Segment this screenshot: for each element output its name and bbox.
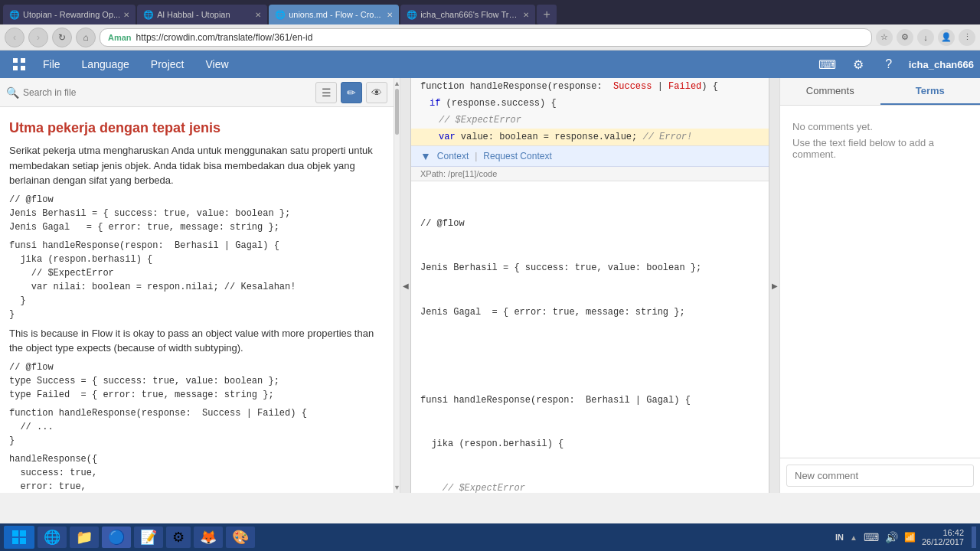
grid-icon bbox=[12, 57, 26, 71]
source-code-line-4: var value: boolean = response.value; // … bbox=[411, 129, 769, 145]
extensions-icon[interactable]: ⚙ bbox=[897, 29, 913, 46]
scroll-up-arrow[interactable]: ▲ bbox=[394, 78, 400, 89]
request-context-link[interactable]: Request Context bbox=[483, 151, 551, 161]
svg-rect-3 bbox=[21, 66, 25, 70]
tab-1-favicon: 🌐 bbox=[9, 10, 20, 20]
tab-2-close[interactable]: ✕ bbox=[255, 11, 261, 19]
address-input[interactable]: Aman https://crowdin.com/translate/flow/… bbox=[100, 28, 872, 47]
tab-1-close[interactable]: ✕ bbox=[123, 11, 129, 19]
bookmark-icon[interactable]: ☆ bbox=[876, 29, 893, 46]
download-icon[interactable]: ↓ bbox=[917, 29, 934, 46]
back-button[interactable]: ‹ bbox=[5, 28, 24, 47]
windows-logo-icon bbox=[11, 530, 27, 545]
source-translation-panel: function handleResponse(response: Succes… bbox=[411, 78, 769, 493]
context-label: Context bbox=[437, 151, 469, 161]
collapse-right-arrow[interactable]: ▶ bbox=[769, 78, 779, 493]
menu-view[interactable]: View bbox=[194, 54, 239, 74]
right-tab-comments[interactable]: Comments bbox=[780, 78, 880, 105]
tab-4-close[interactable]: ✕ bbox=[523, 11, 529, 19]
tab-2-favicon: 🌐 bbox=[143, 10, 154, 20]
right-tabs-bar: Comments Terms bbox=[780, 78, 980, 106]
security-indicator: Aman bbox=[108, 33, 132, 42]
source-code-line-1: function handleResponse(response: Succes… bbox=[411, 78, 769, 95]
home-button[interactable]: ⌂ bbox=[76, 28, 96, 47]
trans-line-2: Jenis Berhasil = { success: true, value:… bbox=[420, 261, 760, 276]
taskbar-network-icon: 📶 bbox=[904, 532, 916, 543]
trans-line-6: // $ExpectError bbox=[420, 481, 760, 493]
list-view-button[interactable]: ☰ bbox=[315, 82, 337, 103]
tab-1[interactable]: 🌐 Utopian - Rewarding Op... ✕ bbox=[3, 5, 136, 24]
menu-language[interactable]: Language bbox=[71, 54, 140, 74]
svg-rect-2 bbox=[13, 66, 18, 70]
keyboard-icon[interactable]: ⌨ bbox=[817, 54, 838, 75]
source-code-line-3: // $ExpectError bbox=[411, 112, 769, 129]
tab-4-title: icha_chan666's Flow Tra... bbox=[420, 10, 520, 19]
left-scrollbar[interactable]: ▲ ▼ bbox=[394, 78, 400, 493]
right-tab-terms[interactable]: Terms bbox=[880, 78, 981, 105]
tab-3-favicon: 🌐 bbox=[275, 10, 286, 20]
menu-file[interactable]: File bbox=[32, 54, 71, 74]
tab-2-title: Al Habbal - Utopian bbox=[157, 10, 230, 19]
scroll-thumb-left[interactable] bbox=[395, 89, 399, 135]
source-code5: handleResponse({ success: true, error: t… bbox=[9, 452, 384, 494]
translation-code-area: // @flow Jenis Berhasil = { success: tru… bbox=[411, 181, 769, 493]
trans-line-5: jika (respon.berhasil) { bbox=[420, 437, 760, 452]
taskbar-clock: 16:42 26/12/2017 bbox=[922, 528, 964, 546]
scroll-down-arrow[interactable]: ▼ bbox=[394, 482, 400, 493]
taskbar-ie-item[interactable]: 🌐 bbox=[38, 527, 67, 548]
edit-mode-button[interactable]: ✏ bbox=[341, 82, 362, 103]
tab-2[interactable]: 🌐 Al Habbal - Utopian ✕ bbox=[137, 5, 267, 24]
search-icon: 🔍 bbox=[6, 86, 19, 99]
apps-grid-icon[interactable] bbox=[6, 51, 32, 77]
svg-rect-7 bbox=[20, 538, 26, 544]
help-icon[interactable]: ? bbox=[878, 54, 900, 75]
taskbar-show-desktop[interactable] bbox=[972, 527, 976, 548]
reload-button[interactable]: ↻ bbox=[52, 28, 72, 47]
svg-rect-6 bbox=[12, 538, 18, 544]
left-toolbar: 🔍 ☰ ✏ 👁 bbox=[0, 78, 394, 107]
search-file-input[interactable] bbox=[23, 87, 312, 98]
taskbar-paint-item[interactable]: 🎨 bbox=[226, 527, 255, 548]
svg-rect-0 bbox=[13, 58, 18, 63]
no-comments-text: No comments yet. bbox=[792, 121, 968, 132]
profile-icon[interactable]: 👤 bbox=[938, 29, 955, 46]
source-code4: function handleResponse(response: Succes… bbox=[9, 406, 384, 448]
new-tab-button[interactable]: + bbox=[537, 5, 557, 24]
forward-button[interactable]: › bbox=[28, 28, 48, 47]
context-sep: | bbox=[475, 151, 477, 161]
expand-icon[interactable]: ▼ bbox=[420, 150, 431, 162]
preview-mode-button[interactable]: 👁 bbox=[366, 82, 387, 103]
source-para2: This is because in Flow it is okay to pa… bbox=[9, 326, 384, 356]
username-display: icha_chan666 bbox=[909, 59, 974, 70]
taskbar-firefox-item[interactable]: 🦊 bbox=[194, 527, 223, 548]
tab-4[interactable]: 🌐 icha_chan666's Flow Tra... ✕ bbox=[400, 5, 535, 24]
xpath-bar: XPath: /pre[11]/code bbox=[411, 167, 769, 181]
trans-line-1: // @flow bbox=[420, 217, 760, 231]
tab-3-close[interactable]: ✕ bbox=[387, 11, 393, 19]
svg-rect-1 bbox=[21, 58, 25, 63]
taskbar-explorer-item[interactable]: 📁 bbox=[70, 527, 99, 548]
tab-3[interactable]: 🌐 unions.md - Flow - Cro... ✕ bbox=[269, 5, 399, 24]
source-para1: Serikat pekerja utma mengharuskan Anda u… bbox=[9, 143, 384, 188]
taskbar-time: 16:42 bbox=[922, 528, 964, 537]
tab-1-title: Utopian - Rewarding Op... bbox=[23, 10, 120, 19]
taskbar-chrome-item[interactable]: 🔵 bbox=[102, 527, 131, 548]
windows-start-button[interactable] bbox=[4, 526, 34, 549]
tab-bar: 🌐 Utopian - Rewarding Op... ✕ 🌐 Al Habba… bbox=[0, 0, 980, 24]
trans-line-4: funsi handleResponse(respon: Berhasil | … bbox=[420, 393, 760, 408]
taskbar-settings-item[interactable]: ⚙ bbox=[166, 527, 191, 548]
menu-dots-icon[interactable]: ⋮ bbox=[959, 29, 975, 46]
new-comment-input[interactable] bbox=[786, 465, 974, 487]
source-heading: Utma pekerja dengan tepat jenis bbox=[9, 118, 384, 139]
taskbar-keyboard-icon: ⌨ bbox=[864, 531, 879, 543]
browser-chrome: 🌐 Utopian - Rewarding Op... ✕ 🌐 Al Habba… bbox=[0, 0, 980, 51]
context-bar: ▼ Context | Request Context bbox=[411, 146, 769, 167]
taskbar-volume-icon[interactable]: 🔊 bbox=[885, 531, 898, 543]
menu-project[interactable]: Project bbox=[140, 54, 195, 74]
settings-icon[interactable]: ⚙ bbox=[848, 54, 869, 75]
collapse-left-arrow[interactable]: ◀ bbox=[400, 78, 411, 493]
taskbar-notepad-item[interactable]: 📝 bbox=[134, 527, 163, 548]
right-panel: Comments Terms No comments yet. Use the … bbox=[779, 78, 980, 493]
taskbar-up-arrow[interactable]: ▲ bbox=[850, 533, 858, 542]
left-content: Utma pekerja dengan tepat jenis Serikat … bbox=[0, 107, 394, 493]
